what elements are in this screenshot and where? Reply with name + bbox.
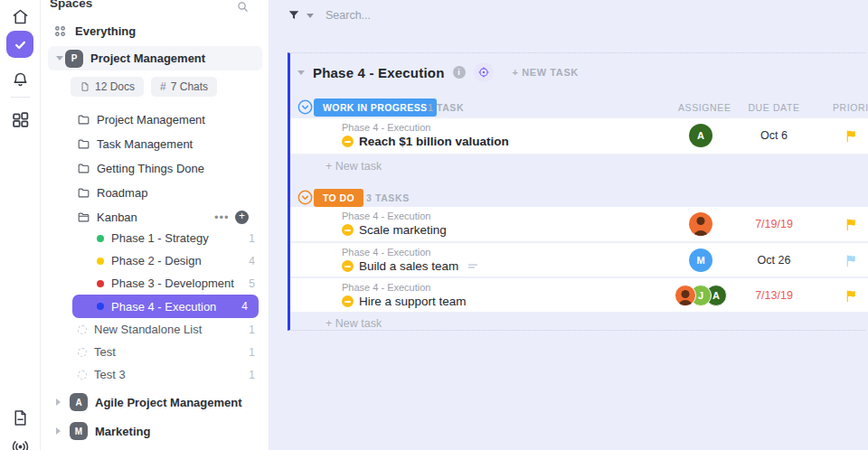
sidebar-list-phase-3[interactable]: Phase 3 - Development 5 [41, 272, 269, 295]
sidebar-list-phase-1[interactable]: Phase 1 - Strategy 1 [41, 227, 269, 249]
task-count: 4 [249, 255, 255, 267]
assignee-cell[interactable]: M [678, 243, 723, 277]
column-header-priority[interactable]: PRIORITY [833, 102, 868, 113]
priority-flag-icon[interactable] [839, 118, 863, 153]
empty-status-icon [78, 348, 87, 357]
folder-name: Task Management [97, 137, 193, 151]
sidebar-folder-kanban[interactable]: Kanban ••• + [41, 205, 269, 229]
group-task-count: 3 TASKS [366, 192, 410, 203]
task-text: Phase 4 - Execution Build a sales team [342, 247, 478, 273]
sidebar-list-test-3[interactable]: Test 3 1 [41, 363, 269, 386]
home-icon[interactable] [9, 5, 31, 27]
task-title[interactable]: Scale marketing [359, 223, 447, 237]
task-breadcrumb: Phase 4 - Execution [342, 247, 478, 258]
column-header-assignee[interactable]: ASSIGNEE [678, 102, 723, 113]
priority-flag-icon[interactable] [839, 243, 863, 277]
everything-label: Everything [75, 24, 136, 38]
group-chevron-icon[interactable] [297, 190, 313, 205]
task-row[interactable]: Phase 4 - Execution Hire a support team … [290, 277, 868, 312]
tasks-icon[interactable] [6, 31, 33, 58]
info-icon[interactable]: i [453, 66, 466, 79]
more-options-icon[interactable]: ••• [214, 211, 230, 224]
expand-chevron-icon[interactable] [56, 427, 61, 435]
sidebar-space-project-management[interactable]: P Project Management [48, 46, 262, 70]
add-task-link[interactable]: + New task [326, 317, 382, 330]
sidebar-list-phase-4-selected[interactable]: Phase 4 - Execution 4 [72, 295, 259, 318]
main-content: Phase 4 - Execution i + NEW TASK WORK IN… [269, 0, 868, 450]
new-task-button[interactable]: + NEW TASK [513, 67, 579, 78]
priority-flag-icon[interactable] [839, 207, 863, 241]
task-title-line[interactable]: Scale marketing [342, 223, 447, 237]
assignee-cell[interactable] [678, 207, 723, 241]
list-name: Test 3 [94, 368, 126, 381]
folder-name: Getting Things Done [97, 162, 204, 175]
folder-name: Roadmap [97, 186, 147, 200]
due-date-cell[interactable]: 7/13/19 [736, 278, 812, 313]
due-date-cell[interactable]: 7/19/19 [736, 207, 812, 241]
list-title[interactable]: Phase 4 - Execution [313, 65, 445, 80]
docs-icon[interactable] [9, 407, 31, 428]
list-name: Phase 2 - Design [111, 254, 202, 267]
add-task-link[interactable]: + New task [326, 160, 382, 173]
task-row[interactable]: Phase 4 - Execution Build a sales team M… [290, 242, 868, 277]
task-title[interactable]: Build a sales team [359, 259, 458, 273]
sidebar-list-phase-2[interactable]: Phase 2 - Design 4 [41, 249, 269, 272]
avatar-head [697, 217, 705, 225]
sidebar-folder-getting-things-done[interactable]: Getting Things Done [41, 156, 269, 180]
sidebar-folder-task-management[interactable]: Task Management [41, 132, 269, 155]
task-title[interactable]: Hire a support team [359, 295, 467, 308]
priority-status-icon [342, 136, 354, 147]
sidebar-item-everything[interactable]: Everything [41, 20, 269, 42]
hash-icon: # [160, 80, 166, 93]
description-icon [467, 261, 478, 272]
sidebar-folder-project-management[interactable]: Project Management [41, 108, 269, 131]
space-avatar: A [70, 393, 88, 411]
sidebar-folder-roadmap[interactable]: Roadmap [41, 181, 269, 204]
chats-badge[interactable]: # 7 Chats [151, 77, 217, 97]
task-text: Phase 4 - Execution Reach $1 billion val… [342, 122, 509, 148]
sidebar-space-agile-project-management[interactable]: A Agile Project Management [41, 390, 269, 414]
sidebar-list-new-standalone[interactable]: New Standalone List 1 [41, 318, 269, 341]
task-breadcrumb: Phase 4 - Execution [342, 122, 509, 133]
task-breadcrumb: Phase 4 - Execution [342, 211, 447, 221]
task-title-line[interactable]: Reach $1 billion valuation [342, 135, 509, 148]
minus-bar [344, 230, 351, 231]
search-input[interactable] [326, 9, 488, 22]
status-badge[interactable]: WORK IN PROGRESS [314, 98, 437, 117]
avatar-photo [675, 285, 696, 306]
docs-badge[interactable]: 12 Docs [71, 77, 144, 97]
task-title-line[interactable]: Build a sales team [342, 259, 478, 273]
doc-icon [80, 81, 90, 92]
pulse-icon[interactable] [9, 436, 31, 450]
status-badge[interactable]: TO DO [314, 189, 363, 207]
folder-name: Kanban [97, 211, 137, 224]
folder-icon [77, 137, 90, 151]
due-date-cell[interactable]: Oct 6 [736, 118, 812, 153]
task-title[interactable]: Reach $1 billion valuation [359, 135, 509, 148]
priority-flag-icon[interactable] [839, 278, 863, 313]
assignee-cell[interactable]: J A [669, 278, 732, 313]
expand-chevron-icon[interactable] [56, 398, 61, 406]
avatar-body [678, 300, 693, 306]
task-row[interactable]: Phase 4 - Execution Reach $1 billion val… [290, 118, 868, 154]
goal-target-icon[interactable] [474, 62, 494, 82]
sidebar-list-test[interactable]: Test 1 [41, 341, 269, 363]
collapse-chevron-icon[interactable] [297, 70, 305, 75]
chats-badge-label: 7 Chats [171, 80, 208, 93]
notifications-bell-icon[interactable] [9, 69, 31, 90]
collapse-chevron-icon[interactable] [56, 56, 63, 61]
dashboards-grid-icon[interactable] [9, 108, 31, 130]
search-icon[interactable] [236, 0, 250, 17]
add-list-icon[interactable]: + [235, 211, 249, 224]
group-chevron-icon[interactable] [297, 99, 313, 115]
task-row[interactable]: Phase 4 - Execution Scale marketing 7/19… [290, 207, 868, 241]
sidebar-space-marketing[interactable]: M Marketing [41, 419, 269, 443]
due-date-cell[interactable]: Oct 26 [736, 243, 812, 277]
column-header-due-date[interactable]: DUE DATE [736, 102, 812, 113]
task-title-line[interactable]: Hire a support team [342, 295, 467, 308]
filter-funnel-icon[interactable] [288, 9, 300, 22]
minus-bar [344, 301, 351, 303]
spaces-title: Spaces [50, 0, 92, 10]
assignee-cell[interactable]: A [678, 118, 723, 153]
filter-chevron-icon[interactable] [307, 14, 314, 18]
